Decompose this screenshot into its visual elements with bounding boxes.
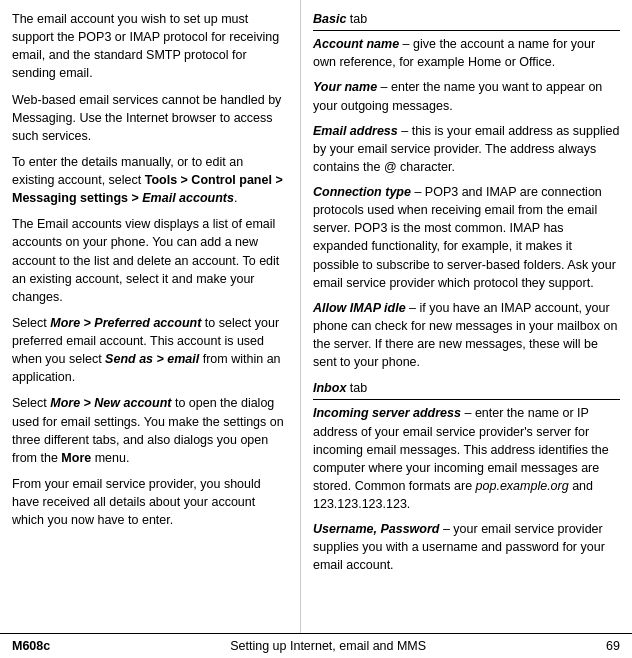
inbox-tab-section: Inbox tab Incoming server address – ente… <box>313 379 620 574</box>
content-area: The email account you wish to set up mus… <box>0 0 632 633</box>
pop-example: pop.example.org <box>476 479 569 493</box>
allow-imap-idle-block: Allow IMAP idle – if you have an IMAP ac… <box>313 299 620 372</box>
right-column: Basic tab Account name – give the accoun… <box>300 0 632 633</box>
footer-bar: M608c Setting up Internet, email and MMS… <box>0 633 632 658</box>
footer-model: M608c <box>12 639 50 653</box>
connection-type-para: Connection type – POP3 and IMAP are conn… <box>313 183 620 292</box>
your-name-block: Your name – enter the name you want to a… <box>313 78 620 114</box>
left-para-2: Web-based email services cannot be handl… <box>12 91 288 145</box>
left-column: The email account you wish to set up mus… <box>0 0 300 633</box>
incoming-server-term: Incoming server address <box>313 406 461 420</box>
username-password-block: Username, Password – your email service … <box>313 520 620 574</box>
your-name-term: Your name <box>313 80 377 94</box>
left-para-4: The Email accounts view displays a list … <box>12 215 288 306</box>
footer-page: 69 <box>606 639 620 653</box>
left-para-1: The email account you wish to set up mus… <box>12 10 288 83</box>
inbox-tab-header: Inbox tab <box>313 379 620 400</box>
connection-type-term: Connection type <box>313 185 411 199</box>
inbox-tab-label: Inbox <box>313 381 346 395</box>
username-password-term: Username, Password <box>313 522 439 536</box>
username-password-para: Username, Password – your email service … <box>313 520 620 574</box>
connection-type-block: Connection type – POP3 and IMAP are conn… <box>313 183 620 292</box>
left-para-6: Select More > New account to open the di… <box>12 394 288 467</box>
footer-title: Setting up Internet, email and MMS <box>230 639 426 653</box>
basic-tab-header: Basic tab <box>313 10 620 31</box>
basic-tab-section: Basic tab Account name – give the accoun… <box>313 10 620 371</box>
incoming-server-para: Incoming server address – enter the name… <box>313 404 620 513</box>
account-name-para: Account name – give the account a name f… <box>313 35 620 71</box>
account-name-term: Account name <box>313 37 399 51</box>
incoming-server-block: Incoming server address – enter the name… <box>313 404 620 513</box>
your-name-para: Your name – enter the name you want to a… <box>313 78 620 114</box>
page-container: The email account you wish to set up mus… <box>0 0 632 658</box>
inbox-tab-suffix: tab <box>350 381 367 395</box>
email-address-term: Email address <box>313 124 398 138</box>
basic-tab-label: Basic <box>313 12 346 26</box>
email-address-para: Email address – this is your email addre… <box>313 122 620 176</box>
left-para-3: To enter the details manually, or to edi… <box>12 153 288 207</box>
left-para-5: Select More > Preferred account to selec… <box>12 314 288 387</box>
allow-imap-idle-term: Allow IMAP idle <box>313 301 406 315</box>
allow-imap-idle-para: Allow IMAP idle – if you have an IMAP ac… <box>313 299 620 372</box>
account-name-block: Account name – give the account a name f… <box>313 35 620 71</box>
basic-tab-suffix: tab <box>350 12 367 26</box>
left-para-7: From your email service provider, you sh… <box>12 475 288 529</box>
email-address-block: Email address – this is your email addre… <box>313 122 620 176</box>
